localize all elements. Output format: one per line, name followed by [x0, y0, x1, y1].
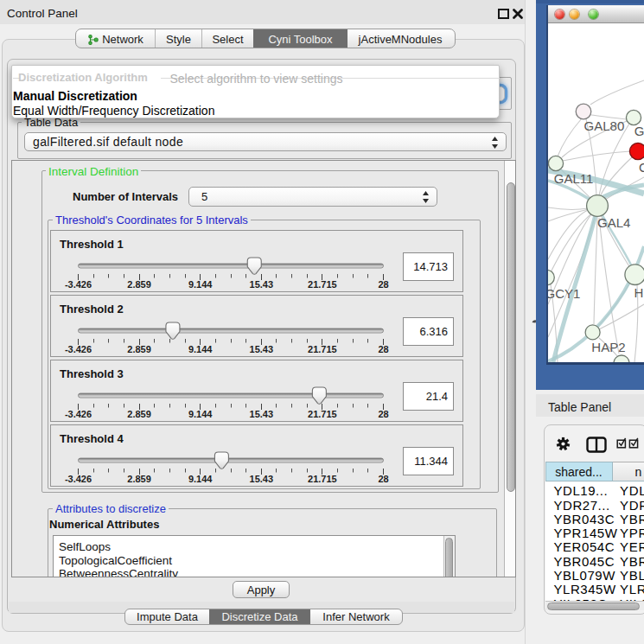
svg-text:2.859: 2.859 [127, 409, 151, 419]
svg-text:21.715: 21.715 [308, 409, 337, 419]
svg-text:15.43: 15.43 [250, 344, 274, 354]
svg-text:15.43: 15.43 [250, 279, 274, 290]
svg-text:9.144: 9.144 [188, 409, 213, 419]
svg-text:HAP2: HAP2 [591, 340, 625, 354]
svg-text:-3.426: -3.426 [65, 344, 92, 354]
svg-text:GAL11: GAL11 [554, 171, 594, 186]
svg-text:-3.426: -3.426 [65, 409, 92, 419]
svg-text:GAL2: GAL2 [634, 124, 644, 138]
svg-text:21.715: 21.715 [308, 474, 337, 484]
svg-text:28: 28 [378, 474, 388, 484]
svg-text:-3.426: -3.426 [65, 474, 92, 484]
svg-text:CDC: CDC [639, 160, 644, 175]
svg-text:9.144: 9.144 [188, 279, 213, 290]
svg-text:28: 28 [378, 409, 388, 419]
svg-text:15.43: 15.43 [250, 409, 274, 419]
svg-text:28: 28 [378, 344, 388, 354]
svg-text:GAL80: GAL80 [584, 118, 625, 133]
svg-text:9.144: 9.144 [188, 344, 213, 354]
svg-text:HIS4: HIS4 [634, 285, 644, 300]
svg-text:9.144: 9.144 [188, 474, 213, 484]
svg-text:21.715: 21.715 [308, 279, 337, 290]
svg-text:2.859: 2.859 [127, 279, 151, 290]
svg-text:2.859: 2.859 [127, 474, 151, 484]
svg-text:28: 28 [378, 279, 388, 290]
svg-text:2.859: 2.859 [127, 344, 151, 354]
svg-text:21.715: 21.715 [308, 344, 337, 354]
svg-text:15.43: 15.43 [250, 474, 274, 484]
svg-text:GAL4: GAL4 [597, 215, 630, 230]
svg-text:-3.426: -3.426 [65, 279, 92, 290]
svg-text:GCY1: GCY1 [548, 286, 580, 301]
